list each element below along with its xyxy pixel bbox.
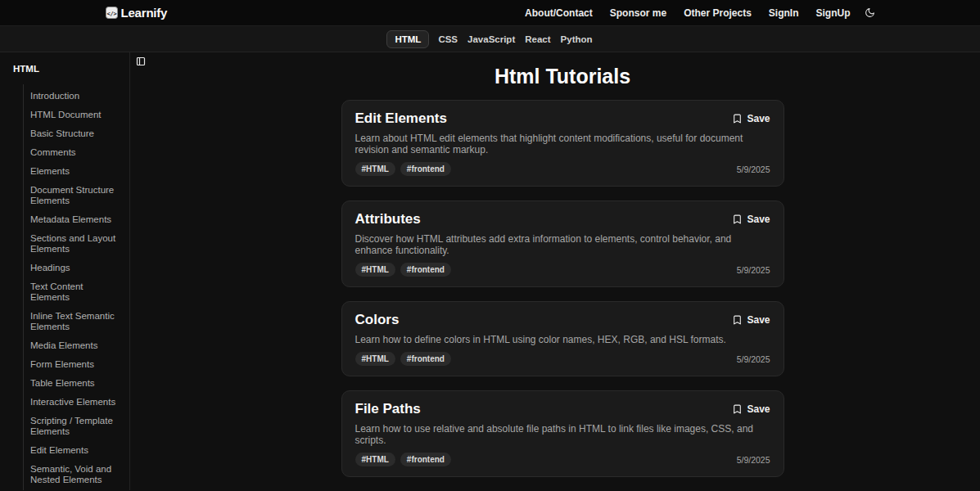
moon-icon (865, 7, 875, 18)
tutorial-card: File Paths Save Learn how to use relativ… (341, 390, 784, 477)
nav-link[interactable]: Sponsor me (610, 7, 666, 19)
sidebar-item[interactable]: Semantic, Void and Nested Elements (24, 464, 124, 485)
save-label: Save (747, 113, 770, 124)
card-description: Learn how to use relative and absolute f… (355, 423, 770, 446)
tag-badge: #HTML (355, 352, 395, 366)
card-tags: #HTML#frontend (355, 162, 451, 176)
sidebar-item[interactable]: Inline Text Semantic Elements (24, 311, 124, 332)
nav-link[interactable]: SignUp (816, 7, 851, 19)
sidebar-item[interactable]: Interactive Elements (24, 397, 124, 408)
save-label: Save (747, 214, 770, 225)
theme-toggle-button[interactable] (865, 7, 875, 18)
sidebar-toggle-button[interactable] (135, 56, 147, 67)
tutorial-card: Colors Save Learn how to define colors i… (341, 301, 784, 376)
tag-badge: #frontend (400, 352, 451, 366)
top-header: </> Learnify About/ContactSponsor meOthe… (0, 0, 980, 26)
sidebar-nav: IntroductionHTML DocumentBasic Structure… (23, 84, 124, 490)
card-date: 5/9/2025 (737, 164, 770, 174)
bookmark-icon (732, 214, 743, 225)
save-label: Save (747, 314, 770, 326)
language-tab[interactable]: React (524, 30, 551, 48)
book-code-icon: </> (106, 7, 118, 19)
sidebar-item[interactable]: Comments (24, 147, 124, 158)
brand-name: Learnify (121, 6, 168, 20)
card-title-link[interactable]: Edit Elements (355, 110, 447, 126)
tutorial-card: Edit Elements Save Learn about HTML edit… (341, 100, 784, 187)
sidebar-item[interactable]: Document Structure Elements (24, 185, 124, 206)
sidebar-item[interactable]: Media Elements (24, 340, 124, 351)
save-button[interactable]: Save (732, 314, 770, 326)
sidebar-item[interactable]: Introduction (24, 91, 124, 101)
language-tabbar: HTMLCSSJavaScriptReactPython (0, 26, 980, 52)
bookmark-icon (732, 113, 743, 124)
language-tab[interactable]: HTML (386, 30, 429, 48)
language-tabs: HTMLCSSJavaScriptReactPython (386, 30, 593, 48)
panel-left-icon (136, 56, 146, 66)
page-title: Html Tutorials (145, 62, 980, 90)
save-button[interactable]: Save (732, 214, 770, 225)
card-description: Learn how to define colors in HTML using… (355, 334, 770, 345)
card-title-link[interactable]: Colors (355, 312, 400, 327)
sidebar-item[interactable]: Text Content Elements (24, 282, 124, 303)
nav-link[interactable]: SignIn (769, 7, 799, 19)
language-tab[interactable]: CSS (437, 30, 458, 48)
tutorial-card-list: Edit Elements Save Learn about HTML edit… (341, 100, 784, 491)
tag-badge: #frontend (400, 162, 451, 176)
svg-text:</>: </> (106, 11, 116, 17)
card-tags: #HTML#frontend (355, 453, 451, 466)
brand-link[interactable]: </> Learnify (106, 6, 168, 20)
card-tags: #HTML#frontend (355, 352, 451, 366)
sidebar-item[interactable]: HTML Document (24, 110, 124, 120)
sidebar-section-title: HTML (13, 64, 124, 74)
tag-badge: #HTML (355, 453, 395, 466)
sidebar-item[interactable]: Basic Structure (24, 128, 124, 139)
tutorial-card: Attributes Save Discover how HTML attrib… (341, 200, 784, 287)
tag-badge: #frontend (400, 453, 451, 466)
bookmark-icon (732, 314, 743, 326)
card-description: Discover how HTML attributes add extra i… (355, 233, 770, 256)
main-content: Html Tutorials Edit Elements Save Learn … (130, 52, 980, 490)
card-description: Learn about HTML edit elements that high… (355, 133, 770, 155)
card-title-link[interactable]: Attributes (355, 211, 421, 227)
tag-badge: #HTML (355, 162, 395, 176)
card-tags: #HTML#frontend (355, 263, 451, 277)
sidebar-item[interactable]: Metadata Elements (24, 214, 124, 225)
card-title-link[interactable]: File Paths (355, 401, 421, 417)
save-label: Save (747, 403, 770, 415)
card-date: 5/9/2025 (737, 455, 770, 465)
sidebar-item[interactable]: Elements (24, 166, 124, 177)
language-tab[interactable]: Python (560, 30, 594, 48)
sidebar-item[interactable]: Sections and Layout Elements (24, 233, 124, 255)
sidebar-item[interactable]: Headings (24, 263, 124, 273)
sidebar: HTML IntroductionHTML DocumentBasic Stru… (0, 52, 130, 490)
sidebar-item[interactable]: Scripting / Template Elements (24, 416, 124, 437)
save-button[interactable]: Save (732, 403, 770, 415)
card-date: 5/9/2025 (737, 354, 770, 364)
sidebar-item[interactable]: Edit Elements (24, 445, 124, 456)
sidebar-item[interactable]: Form Elements (24, 359, 124, 370)
tag-badge: #HTML (355, 263, 395, 277)
tag-badge: #frontend (400, 263, 451, 277)
language-tab[interactable]: JavaScript (467, 30, 516, 48)
card-date: 5/9/2025 (737, 265, 770, 275)
save-button[interactable]: Save (732, 113, 770, 124)
nav-link[interactable]: About/Contact (525, 7, 593, 19)
bookmark-icon (732, 403, 743, 415)
nav-link[interactable]: Other Projects (684, 7, 752, 19)
top-nav: About/ContactSponsor meOther ProjectsSig… (525, 7, 850, 19)
sidebar-item[interactable]: Table Elements (24, 378, 124, 389)
